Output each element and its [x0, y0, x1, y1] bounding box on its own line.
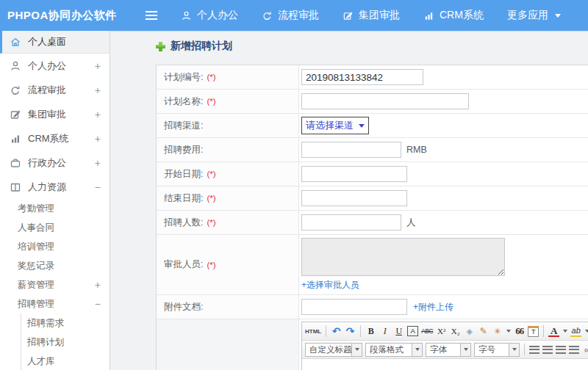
end-date-input[interactable]: [301, 190, 407, 206]
topnav-label: CRM系统: [440, 9, 484, 22]
sidebar-item-workflow-approval[interactable]: 流程审批 +: [0, 78, 110, 102]
dropdown-arrow: [351, 344, 362, 356]
eraser-icon[interactable]: ◈: [464, 327, 475, 336]
font-color-icon[interactable]: A: [548, 326, 559, 337]
sidebar-item-human-resources[interactable]: 人力资源 −: [0, 175, 110, 199]
topnav-crm[interactable]: CRM系统: [423, 9, 484, 22]
page-title-row: 新增招聘计划: [156, 39, 588, 54]
topnav-personal-office[interactable]: 个人办公: [181, 9, 238, 22]
bar-chart-icon: [10, 133, 21, 145]
required-mark: (*): [207, 194, 215, 203]
form-row-headcount: 招聘人数: (*) 人: [157, 211, 588, 235]
field-label: 附件文档:: [157, 295, 299, 319]
field-label: 计划编号: (*): [157, 65, 299, 89]
sidebar-item-training[interactable]: 培训管理: [0, 237, 110, 256]
sidebar-item-crm[interactable]: CRM系统 +: [0, 126, 110, 150]
superscript-icon[interactable]: X²: [436, 327, 447, 335]
plan-no-input[interactable]: [301, 69, 423, 85]
start-date-input[interactable]: [301, 166, 407, 182]
chevron-down-icon[interactable]: [506, 330, 511, 333]
font-family-dropdown[interactable]: 字体: [426, 343, 471, 357]
select-approvers-link[interactable]: +选择审批人员: [301, 279, 359, 291]
sidebar-item-personal-desktop[interactable]: 个人桌面: [0, 31, 110, 54]
paste-text-icon[interactable]: T: [528, 326, 539, 337]
align-center-icon[interactable]: [542, 346, 553, 354]
hamburger-bars: [146, 11, 157, 20]
chevron-down-icon[interactable]: [563, 330, 567, 333]
link-icon[interactable]: ∞: [582, 344, 588, 355]
expand-icon[interactable]: +: [95, 157, 101, 169]
sidebar-item-hr-contracts[interactable]: 人事合同: [0, 218, 110, 237]
font-border-icon[interactable]: A: [407, 326, 418, 336]
sidebar-item-admin-office[interactable]: 行政办公 +: [0, 150, 110, 175]
redo-icon[interactable]: ↷: [345, 325, 356, 337]
sidebar-item-rewards[interactable]: 奖惩记录: [0, 256, 110, 275]
headcount-input[interactable]: [301, 214, 401, 231]
approvers-textarea[interactable]: [301, 238, 505, 276]
bold-icon[interactable]: B: [365, 326, 376, 337]
sidebar-item-label: 个人办公: [28, 59, 66, 73]
attachment-input[interactable]: [301, 299, 407, 315]
sidebar-item-label: 薪资管理: [18, 279, 54, 291]
strikethrough-icon[interactable]: ABC: [421, 327, 433, 335]
underline-icon[interactable]: U: [393, 326, 404, 337]
fee-unit: RMB: [406, 145, 427, 155]
edit-icon: [10, 109, 21, 120]
field-label: 开始日期: (*): [157, 162, 299, 186]
required-mark: (*): [207, 218, 215, 227]
field-label: 招聘渠道:: [157, 114, 299, 137]
expand-icon[interactable]: +: [95, 84, 101, 96]
paragraph-format-dropdown[interactable]: 段落格式: [365, 343, 423, 357]
sidebar-item-label: 个人桌面: [28, 35, 66, 48]
custom-title-dropdown[interactable]: 自定义标题: [305, 343, 362, 357]
undo-icon[interactable]: ↶: [331, 325, 342, 337]
sidebar-item-label: 人才库: [27, 355, 55, 368]
sidebar-item-recruit-plan[interactable]: 招聘计划: [21, 333, 110, 352]
sidebar-item-recruit-mgmt[interactable]: 招聘管理 −: [0, 294, 110, 313]
dropdown-arrow: [460, 344, 470, 356]
format-brush-icon[interactable]: ✎: [478, 326, 489, 336]
sidebar-item-label: 考勤管理: [18, 203, 54, 215]
sidebar-item-group-approval[interactable]: 集团审批 +: [0, 102, 110, 126]
editor-content-area[interactable]: [302, 359, 588, 370]
highlight-color-icon[interactable]: ab: [570, 326, 581, 337]
home-icon: [10, 36, 21, 48]
fee-input[interactable]: [301, 142, 401, 158]
topnav-group-approval[interactable]: 集团审批: [343, 9, 400, 22]
sidebar-item-salary[interactable]: 薪资管理 +: [0, 275, 110, 294]
subscript-icon[interactable]: X₂: [450, 327, 461, 335]
collapse-icon[interactable]: −: [95, 181, 101, 193]
toolbar-separator: [326, 325, 326, 337]
form-row-end-date: 结束日期: (*): [157, 186, 588, 211]
topnav-more-apps[interactable]: 更多应用: [507, 9, 561, 22]
sidebar-item-personal-office[interactable]: 个人办公 +: [0, 54, 110, 78]
plan-name-input[interactable]: [301, 93, 469, 109]
toolbar-separator: [543, 325, 544, 337]
expand-icon[interactable]: +: [95, 109, 101, 120]
workflow-icon: [262, 10, 273, 21]
topnav-workflow-approval[interactable]: 流程审批: [262, 9, 319, 22]
align-right-icon[interactable]: [556, 346, 566, 354]
chevron-down-icon[interactable]: [585, 330, 588, 333]
expand-icon[interactable]: +: [95, 60, 101, 72]
sidebar-item-talent-pool[interactable]: 人才库: [21, 352, 110, 370]
html-source-button[interactable]: HTML: [305, 328, 321, 335]
font-size-dropdown[interactable]: 字号: [474, 343, 520, 357]
blockquote-icon[interactable]: 66: [514, 325, 525, 337]
toolbar-separator: [524, 344, 525, 355]
sidebar-item-label: 招聘计划: [27, 336, 64, 349]
italic-icon[interactable]: I: [379, 326, 390, 337]
hamburger-menu-icon[interactable]: [146, 10, 159, 21]
attachment-upload-link[interactable]: +附件上传: [413, 301, 453, 313]
expand-icon[interactable]: +: [95, 133, 101, 145]
align-left-icon[interactable]: [529, 346, 539, 354]
spray-color-icon[interactable]: ✳: [492, 327, 503, 336]
sidebar-item-recruit-demand[interactable]: 招聘需求: [21, 313, 110, 333]
book-icon: [10, 181, 21, 193]
align-justify-icon[interactable]: [569, 346, 579, 354]
collapse-icon[interactable]: −: [95, 298, 101, 310]
expand-icon[interactable]: +: [95, 279, 101, 291]
field-label: [157, 319, 299, 370]
channel-select[interactable]: 请选择渠道: [301, 117, 369, 134]
sidebar-item-attendance[interactable]: 考勤管理: [0, 199, 110, 218]
